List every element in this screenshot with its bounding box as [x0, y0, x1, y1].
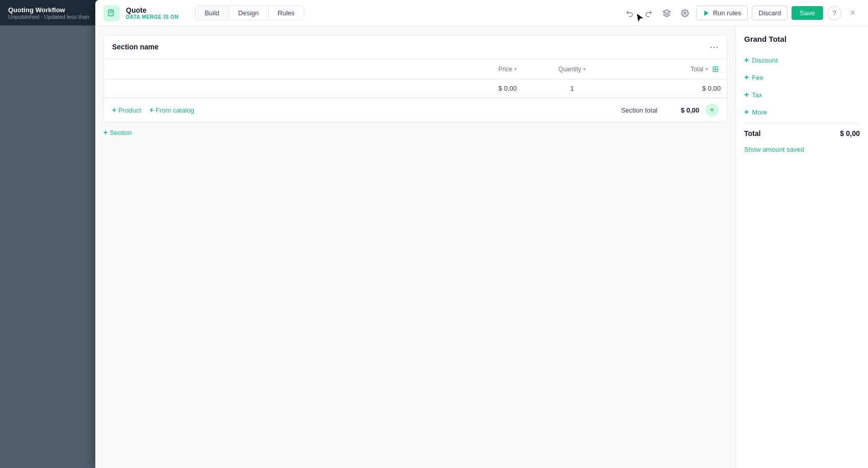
save-button[interactable]: Save: [792, 6, 823, 20]
section-total-label: Section total: [621, 106, 657, 114]
top-bar-title: Quoting Workflow Unpublished · Updated l…: [8, 6, 89, 20]
price-chevron-icon: ▾: [514, 66, 517, 72]
add-more-button[interactable]: + More: [744, 103, 860, 121]
help-button[interactable]: ?: [827, 6, 841, 20]
plus-icon-fee: +: [744, 73, 749, 82]
plus-icon-discount: +: [744, 56, 749, 65]
col-header-quantity: Quantity ▾: [523, 59, 621, 79]
plus-icon-tax: +: [744, 90, 749, 99]
plus-icon: +: [112, 106, 116, 114]
show-amount-saved-button[interactable]: Show amount saved: [744, 144, 860, 155]
main-content: Section name ⋯ Price ▾: [95, 26, 735, 468]
add-product-row: + Product + From catalog Section total $…: [104, 98, 727, 122]
plus-icon-catalog: +: [149, 106, 153, 114]
run-rules-button[interactable]: Run rules: [696, 6, 748, 20]
grand-total-title: Grand Total: [744, 35, 860, 43]
modal-body: Section name ⋯ Price ▾: [95, 26, 868, 468]
grand-total-row: Total $ 0,00: [744, 123, 860, 144]
modal-header: Quote DATA MERGE IS ON Build Design Rule…: [95, 0, 868, 26]
data-merge-badge: DATA MERGE IS ON: [126, 14, 178, 20]
section-name: Section name: [112, 43, 159, 51]
price-cell[interactable]: $ 0,00: [446, 79, 523, 98]
redo-button[interactable]: [641, 6, 655, 20]
add-product-button[interactable]: + Product: [112, 106, 141, 114]
quantity-chevron-icon: ▾: [583, 66, 586, 72]
tab-group: Build Design Rules: [195, 6, 304, 20]
tab-rules[interactable]: Rules: [269, 6, 304, 20]
add-section-item-button[interactable]: +: [705, 103, 719, 117]
total-chevron-icon: ▾: [705, 66, 708, 72]
add-column-button[interactable]: ⊞: [710, 64, 721, 74]
col-header-total: Total ▾ ⊞: [621, 59, 727, 79]
col-header-price: Price ▾: [446, 59, 523, 79]
quantity-cell[interactable]: 1: [523, 79, 621, 98]
add-fee-button[interactable]: + Fee: [744, 69, 860, 86]
total-cell: $ 0,00: [621, 79, 727, 98]
total-value: $ 0,00: [840, 129, 860, 137]
product-name-cell[interactable]: [104, 79, 446, 98]
tab-build[interactable]: Build: [195, 6, 229, 20]
plus-icon-section: +: [103, 128, 108, 136]
section-header: Section name ⋯: [104, 35, 727, 59]
tab-design[interactable]: Design: [229, 6, 268, 20]
quote-modal: Quote DATA MERGE IS ON Build Design Rule…: [95, 0, 868, 468]
modal-title: Quote: [126, 6, 178, 14]
col-header-product: [104, 59, 446, 79]
section-menu-button[interactable]: ⋯: [709, 41, 719, 52]
total-label: Total: [744, 129, 760, 137]
add-tax-button[interactable]: + Tax: [744, 86, 860, 103]
add-discount-button[interactable]: + Discount: [744, 51, 860, 69]
modal-title-block: Quote DATA MERGE IS ON: [126, 6, 178, 20]
settings-button[interactable]: [678, 6, 692, 20]
discard-button[interactable]: Discard: [752, 6, 787, 20]
table-row: $ 0,00 1 $ 0,00: [104, 79, 727, 98]
add-section-row: + Section: [103, 122, 727, 143]
svg-marker-2: [704, 10, 708, 16]
add-from-catalog-button[interactable]: + From catalog: [149, 106, 194, 114]
quote-logo: [103, 5, 120, 21]
section-total-value: $ 0,00: [664, 106, 699, 114]
add-section-button[interactable]: + Section: [103, 128, 132, 136]
undo-button[interactable]: [623, 6, 637, 20]
plus-icon-more: +: [744, 107, 749, 117]
right-sidebar: Grand Total + Discount + Fee + Tax + Mor…: [735, 26, 868, 468]
run-rules-label: Run rules: [713, 9, 742, 17]
close-button[interactable]: ×: [846, 6, 860, 20]
header-actions: Run rules Discard Save ? ×: [623, 6, 860, 20]
layers-button[interactable]: [660, 6, 674, 20]
product-table: Price ▾ Quantity ▾: [104, 59, 727, 98]
svg-point-1: [684, 12, 686, 14]
section-card: Section name ⋯ Price ▾: [103, 35, 727, 122]
